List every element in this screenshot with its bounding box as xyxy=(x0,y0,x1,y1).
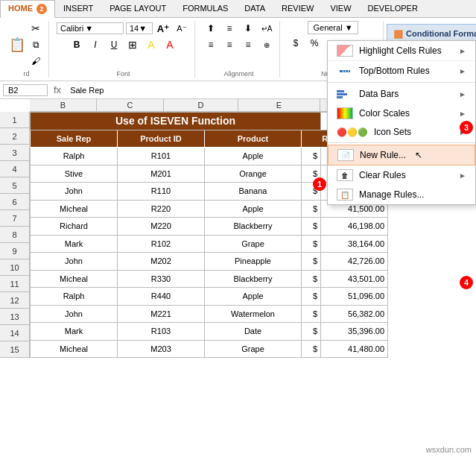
cell-rev-10[interactable]: 35,396.00 xyxy=(321,323,388,341)
fill-color-button[interactable]: A xyxy=(143,37,159,52)
cell-rev-9[interactable]: 56,382.00 xyxy=(321,305,388,323)
cut-button[interactable]: ✂ xyxy=(28,21,44,36)
dropdown-new-rule[interactable]: 📄 New Rule... ↖ xyxy=(328,145,475,166)
cell-pid-2[interactable]: R110 xyxy=(118,183,205,201)
italic-button[interactable]: I xyxy=(87,37,104,52)
cell-product-8[interactable]: Apple xyxy=(205,288,302,306)
row-header-3: 3 xyxy=(0,145,29,161)
align-top-button[interactable]: ⬆ xyxy=(203,21,219,36)
font-color-button[interactable]: A xyxy=(162,37,178,52)
cell-product-10[interactable]: Date xyxy=(205,323,302,341)
number-format-dropdown[interactable]: General ▼ xyxy=(308,21,358,34)
clipboard-row: 📋 ✂ ⧉ 🖌 xyxy=(9,21,44,69)
cell-pid-7[interactable]: R330 xyxy=(118,270,205,288)
cell-product-0[interactable]: Apple xyxy=(205,148,302,166)
watermark: wsxdun.com xyxy=(426,445,472,454)
dropdown-manage-rules[interactable]: 📋 Manage Rules... xyxy=(328,185,475,204)
cell-product-1[interactable]: Orange xyxy=(205,165,302,183)
cell-currency-7: $ xyxy=(302,270,321,288)
cell-rev-11[interactable]: 41,480.00 xyxy=(321,340,388,358)
cell-pid-1[interactable]: M201 xyxy=(118,165,205,183)
cell-product-3[interactable]: Apple xyxy=(205,200,302,218)
border-button[interactable]: ⊞ xyxy=(124,37,141,52)
cell-name-3[interactable]: Micheal xyxy=(31,200,118,218)
cell-rev-7[interactable]: 43,501.00 xyxy=(321,270,388,288)
cell-pid-3[interactable]: R220 xyxy=(118,200,205,218)
tab-home[interactable]: HOME 2 xyxy=(0,0,55,18)
format-painter-button[interactable]: 🖌 xyxy=(28,54,44,69)
cell-name-0[interactable]: Ralph xyxy=(31,148,118,166)
cell-pid-9[interactable]: M221 xyxy=(118,305,205,323)
row-header-12: 12 xyxy=(0,292,29,309)
bold-button[interactable]: B xyxy=(69,37,85,52)
align-left-button[interactable]: ≡ xyxy=(203,37,219,52)
paste-button[interactable]: 📋 xyxy=(9,37,25,52)
align-right-button[interactable]: ≡ xyxy=(240,37,256,52)
currency-button[interactable]: $ xyxy=(288,36,304,51)
cell-rev-5[interactable]: 38,164.00 xyxy=(321,235,388,253)
dropdown-top-bottom[interactable]: 10 Top/Bottom Rules ► xyxy=(328,61,475,81)
row-header-14: 14 xyxy=(0,325,29,341)
dropdown-clear-rules[interactable]: 🗑 Clear Rules ► xyxy=(328,166,475,185)
align-bottom-button[interactable]: ⬇ xyxy=(240,21,256,36)
cell-pid-4[interactable]: M220 xyxy=(118,218,205,236)
cell-reference[interactable]: B2 xyxy=(3,84,48,96)
cell-name-9[interactable]: John xyxy=(31,305,118,323)
cell-pid-8[interactable]: R440 xyxy=(118,288,205,306)
row-header-8: 8 xyxy=(0,227,29,243)
data-bars-icon xyxy=(337,88,353,100)
tab-formulas[interactable]: FORMULAS xyxy=(174,0,236,17)
cell-pid-6[interactable]: M202 xyxy=(118,253,205,271)
header-product: Product xyxy=(205,130,302,148)
cell-name-6[interactable]: John xyxy=(31,253,118,271)
cell-product-4[interactable]: Blackberry xyxy=(205,218,302,236)
step-badge-3: 3 xyxy=(460,121,473,134)
align-middle-button[interactable]: ≡ xyxy=(221,21,238,36)
cell-product-11[interactable]: Grape xyxy=(205,340,302,358)
align-center-button[interactable]: ≡ xyxy=(221,37,238,52)
cell-rev-4[interactable]: 46,198.00 xyxy=(321,218,388,236)
underline-button[interactable]: U xyxy=(106,37,122,52)
tab-insert[interactable]: INSERT xyxy=(55,0,101,17)
dropdown-highlight-cells[interactable]: Highlight Cells Rules ► xyxy=(328,41,475,61)
tab-data[interactable]: DATA xyxy=(236,0,273,17)
cell-product-5[interactable]: Grape xyxy=(205,235,302,253)
step-badge-1: 1 xyxy=(313,177,326,191)
tab-page-layout[interactable]: PAGE LAYOUT xyxy=(101,0,174,17)
tab-review[interactable]: REVIEW xyxy=(273,0,322,17)
cell-product-2[interactable]: Banana xyxy=(205,183,302,201)
increase-font-button[interactable]: A⁺ xyxy=(155,21,171,36)
cell-name-11[interactable]: Micheal xyxy=(31,340,118,358)
dropdown-icon-sets[interactable]: 🔴🟡🟢 Icon Sets ► xyxy=(328,123,475,141)
percent-button[interactable]: % xyxy=(306,36,323,51)
dropdown-color-scales[interactable]: Color Scales ► xyxy=(328,104,475,123)
decrease-font-button[interactable]: A⁻ xyxy=(174,21,190,36)
dropdown-data-bars[interactable]: Data Bars ► xyxy=(328,84,475,104)
cell-product-6[interactable]: Pineapple xyxy=(205,253,302,271)
col-header-e: E xyxy=(238,99,320,111)
cell-name-2[interactable]: John xyxy=(31,183,118,201)
tab-developer[interactable]: DEVELOPER xyxy=(360,0,426,17)
merge-button[interactable]: ⊕ xyxy=(258,37,275,52)
copy-button[interactable]: ⧉ xyxy=(28,37,44,52)
cell-pid-0[interactable]: R101 xyxy=(118,148,205,166)
new-rule-label: New Rule... xyxy=(360,150,406,160)
cell-name-4[interactable]: Richard xyxy=(31,218,118,236)
cell-name-7[interactable]: Micheal xyxy=(31,270,118,288)
cell-rev-8[interactable]: 51,096.00 xyxy=(321,288,388,306)
table-row: Richard M220 Blackberry $ 46,198.00 xyxy=(31,218,388,236)
cell-rev-6[interactable]: 42,726.00 xyxy=(321,253,388,271)
cell-name-10[interactable]: Mark xyxy=(31,323,118,341)
cell-pid-5[interactable]: R102 xyxy=(118,235,205,253)
font-dropdown[interactable]: Calibri ▼ xyxy=(57,22,124,34)
wrap-text-button[interactable]: ↵A xyxy=(258,21,275,36)
cell-pid-11[interactable]: M203 xyxy=(118,340,205,358)
cell-product-7[interactable]: Blackberry xyxy=(205,270,302,288)
cell-name-5[interactable]: Mark xyxy=(31,235,118,253)
font-size-dropdown[interactable]: 14 ▼ xyxy=(126,22,153,34)
tab-view[interactable]: VIEW xyxy=(322,0,359,17)
cell-name-8[interactable]: Ralph xyxy=(31,288,118,306)
cell-pid-10[interactable]: R103 xyxy=(118,323,205,341)
cell-product-9[interactable]: Watermelon xyxy=(205,305,302,323)
cell-name-1[interactable]: Stive xyxy=(31,165,118,183)
